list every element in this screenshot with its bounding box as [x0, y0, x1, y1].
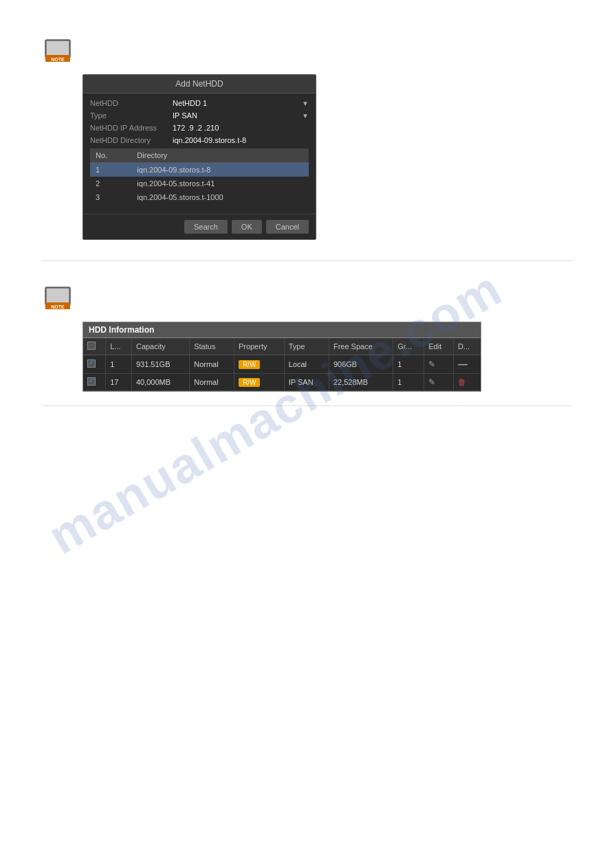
row2-property-badge: R/W	[239, 378, 260, 387]
row-no: 3	[90, 190, 131, 204]
col-checkbox	[83, 338, 106, 355]
row-no: 2	[90, 177, 131, 190]
directory-label: NetHDD Directory	[90, 136, 173, 144]
row1-free-space: 906GB	[329, 355, 393, 374]
col-status: Status	[190, 338, 234, 355]
header-checkbox[interactable]	[87, 342, 96, 350]
row2-capacity: 40,000MB	[131, 374, 189, 391]
col-delete: D...	[453, 338, 481, 355]
add-nethdd-dialog-wrapper: Add NetHDD NetHDD NetHDD 1 ▼ Type	[83, 74, 573, 240]
nethdd-label: NetHDD	[90, 99, 173, 107]
ok-button[interactable]: OK	[232, 220, 262, 234]
type-dropdown-arrow[interactable]: ▼	[302, 112, 309, 120]
row2-edit-icon[interactable]: ✎	[428, 377, 435, 387]
row2-status: Normal	[190, 374, 234, 391]
ip-label: NetHDD IP Address	[90, 124, 173, 132]
row2-delete-icon[interactable]: 🗑	[458, 377, 466, 387]
ip-row: NetHDD IP Address 172 .9 .2 .210	[90, 124, 309, 132]
row2-edit[interactable]: ✎	[424, 374, 454, 391]
table-row[interactable]: 1 iqn.2004-09.storos.t-8	[90, 163, 309, 177]
row2-group: 1	[393, 374, 424, 391]
row1-checkbox[interactable]	[87, 359, 96, 368]
col-directory: Directory	[131, 148, 309, 163]
row1-delete-icon[interactable]: —	[458, 359, 468, 370]
type-label: Type	[90, 111, 173, 120]
row1-type: Local	[284, 355, 329, 374]
search-button[interactable]: Search	[184, 220, 228, 234]
row1-label: 1	[106, 355, 132, 374]
col-free-space: Free Space	[329, 338, 393, 355]
row1-delete[interactable]: —	[453, 355, 481, 374]
row1-group: 1	[393, 355, 424, 374]
directory-table: No. Directory 1 iqn.2004-09.storos.t-8 2	[90, 148, 309, 204]
row1-property-badge: R/W	[239, 360, 260, 369]
col-label: L...	[106, 338, 132, 355]
add-nethdd-dialog: Add NetHDD NetHDD NetHDD 1 ▼ Type	[83, 74, 316, 240]
row-dir: iqn.2004-05.storos.t-1000	[131, 190, 309, 204]
row1-edit-icon[interactable]: ✎	[428, 359, 435, 369]
row2-checkbox-cell	[83, 374, 106, 391]
row2-property: R/W	[234, 374, 284, 391]
hdd-row-2: 17 40,000MB Normal R/W IP SAN 22,528MB 1…	[83, 374, 481, 391]
hdd-table: L... Capacity Status Property Type Free …	[83, 338, 481, 391]
nethdd-row: NetHDD NetHDD 1 ▼	[90, 99, 309, 107]
divider-1	[41, 260, 573, 261]
row2-type: IP SAN	[284, 374, 329, 391]
note-section-1: NOTE	[41, 34, 573, 67]
col-no: No.	[90, 148, 131, 163]
divider-2	[41, 405, 573, 406]
table-row[interactable]: 2 iqn.2004-05.storos.t-41	[90, 177, 309, 190]
dialog-buttons: Search OK Cancel	[83, 214, 316, 239]
table-row[interactable]: 3 iqn.2004-05.storos.t-1000	[90, 190, 309, 204]
row1-capacity: 931.51GB	[131, 355, 189, 374]
row1-property: R/W	[234, 355, 284, 374]
row2-delete[interactable]: 🗑	[453, 374, 481, 391]
row1-status: Normal	[190, 355, 234, 374]
hdd-title-bar: HDD Information	[83, 322, 481, 338]
row2-label: 17	[106, 374, 132, 391]
row1-edit[interactable]: ✎	[424, 355, 454, 374]
type-value: IP SAN ▼	[173, 111, 309, 120]
note-icon-1: NOTE	[41, 34, 74, 67]
col-type: Type	[284, 338, 329, 355]
directory-row: NetHDD Directory iqn.2004-09.storos.t-8	[90, 136, 309, 144]
hdd-row-1: 1 931.51GB Normal R/W Local 906GB 1 ✎	[83, 355, 481, 374]
row1-checkbox-cell	[83, 355, 106, 374]
note-icon-2: NOTE	[41, 282, 74, 315]
row2-free-space: 22,528MB	[329, 374, 393, 391]
row-no: 1	[90, 163, 131, 177]
dialog-title: Add NetHDD	[83, 75, 316, 93]
svg-text:NOTE: NOTE	[51, 304, 65, 309]
row-dir: iqn.2004-09.storos.t-8	[131, 163, 309, 177]
directory-value: iqn.2004-09.storos.t-8	[173, 136, 309, 144]
row2-checkbox[interactable]	[87, 377, 96, 386]
nethdd-value: NetHDD 1 ▼	[173, 99, 309, 107]
hdd-wrapper: HDD Information L... Capacity Status Pro…	[83, 322, 573, 392]
svg-rect-1	[47, 41, 69, 55]
hdd-table-container: HDD Information L... Capacity Status Pro…	[83, 322, 481, 392]
page-content: NOTE Add NetHDD NetHDD NetHDD 1 ▼ T	[0, 0, 614, 434]
cancel-button[interactable]: Cancel	[266, 220, 309, 234]
hdd-header-row: L... Capacity Status Property Type Free …	[83, 338, 481, 355]
col-edit: Edit	[424, 338, 454, 355]
type-row: Type IP SAN ▼	[90, 111, 309, 120]
nethdd-dropdown-arrow[interactable]: ▼	[302, 100, 309, 107]
directory-table-container: No. Directory 1 iqn.2004-09.storos.t-8 2	[90, 148, 309, 204]
col-capacity: Capacity	[131, 338, 189, 355]
col-group: Gr...	[393, 338, 424, 355]
col-property: Property	[234, 338, 284, 355]
note-section-2: NOTE	[41, 282, 573, 315]
svg-rect-7	[47, 289, 69, 302]
svg-text:NOTE: NOTE	[51, 57, 65, 62]
row-dir: iqn.2004-05.storos.t-41	[131, 177, 309, 190]
ip-value: 172 .9 .2 .210	[173, 124, 309, 132]
dialog-body: NetHDD NetHDD 1 ▼ Type IP SAN ▼	[83, 93, 316, 214]
